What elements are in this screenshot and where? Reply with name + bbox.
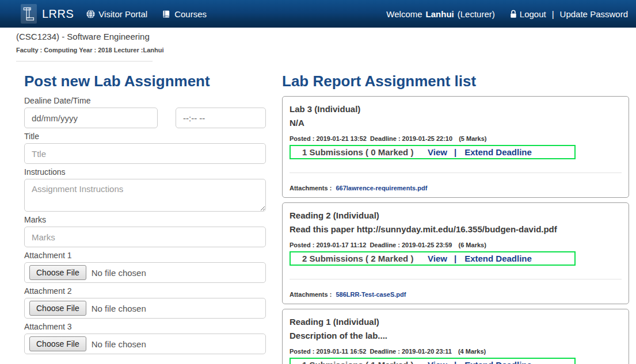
link-separator: | (454, 360, 456, 364)
post-assignment-form: Post new Lab Assignment Dealine Date/Tim… (24, 72, 266, 364)
submissions-box: 2 Submissions ( 2 Marked ) View | Extend… (290, 251, 576, 266)
marks-text: (4 Marks) (458, 348, 486, 355)
link-separator: | (454, 254, 456, 263)
course-title: (CSC1234) - Software Engineering (16, 32, 629, 41)
brand[interactable]: LRRS (21, 4, 74, 24)
attachment-1-group: Attachment 1 Choose File No file chosen (24, 251, 266, 283)
brand-name[interactable]: LRRS (42, 7, 74, 21)
post-form-heading: Post new Lab Assignment (24, 72, 266, 90)
attachments-row: Attachments : 586LRR-Test-caseS.pdf (290, 291, 622, 298)
header-divider (16, 61, 153, 62)
submissions-box: 1 Submissions ( 0 Marked ) View | Extend… (290, 145, 576, 159)
file-status-text: No file chosen (92, 304, 146, 313)
deadline-date-input[interactable] (24, 108, 158, 128)
nav-right: Welcome Lanhui (Lecturer) Logout | Updat… (386, 9, 628, 19)
submissions-count: 2 Submissions ( 2 Marked ) (302, 254, 428, 263)
attachment-3-group: Attachment 3 Choose File No file chosen (24, 322, 266, 354)
attachment-3-file-input[interactable]: Choose File No file chosen (24, 334, 266, 354)
deadline-text: Deadline : 2019-01-20 23:11 (370, 348, 451, 355)
course-meta: Faculty : Computing Year : 2018 Lecturer… (16, 47, 629, 53)
card-divider (290, 279, 622, 279)
instructions-textarea[interactable] (24, 179, 266, 212)
title-label: Title (24, 132, 266, 141)
top-navbar: LRRS Visitor Portal (0, 0, 636, 28)
submissions-count: 1 Submissions ( 0 Marked ) (302, 147, 428, 157)
choose-file-button[interactable]: Choose File (29, 336, 86, 351)
attachments-row: Attachments : 667lawrence-requirements.p… (290, 185, 622, 191)
attachment-1-file-input[interactable]: Choose File No file chosen (24, 262, 266, 283)
nav-item-label: Courses (174, 9, 207, 19)
attachment-file-link[interactable]: 667lawrence-requirements.pdf (336, 185, 427, 191)
assignment-meta: Posted : 2019-01-17 11:12 Deadline : 201… (290, 242, 622, 248)
deadline-text: Deadline : 2019-01-25 23:59 (370, 242, 452, 248)
instructions-label: Instructions (24, 167, 266, 177)
marks-text: (6 Marks) (459, 242, 486, 248)
attachment-2-label: Attachment 2 (24, 286, 266, 296)
deadline-time-input[interactable] (176, 108, 266, 128)
lock-icon (510, 10, 517, 18)
extend-deadline-link[interactable]: Extend Deadline (464, 147, 532, 157)
attachment-3-label: Attachment 3 (24, 322, 266, 331)
assignment-meta: Posted : 2019-01-21 13:52 Deadline : 201… (290, 135, 622, 142)
file-status-text: No file chosen (92, 339, 146, 349)
choose-file-button[interactable]: Choose File (29, 301, 86, 316)
course-header: (CSC1234) - Software Engineering Faculty… (16, 32, 629, 62)
nav-item-label: Visitor Portal (98, 9, 147, 19)
posted-text: Posted : 2019-01-21 13:52 (290, 135, 367, 142)
content-columns: Post new Lab Assignment Dealine Date/Tim… (16, 72, 629, 364)
nav-item-courses[interactable]: Courses (162, 9, 207, 19)
posted-text: Posted : 2019-01-17 11:12 (290, 242, 366, 248)
instructions-group: Instructions (24, 167, 266, 212)
lrrs-logo-icon (21, 4, 37, 24)
assignment-card: Reading 2 (Individual) Read this paper h… (282, 202, 629, 304)
username: Lanhui (426, 9, 454, 19)
deadline-group: Dealine Date/Time (24, 96, 266, 128)
attachment-file-link[interactable]: 586LRR-Test-caseS.pdf (336, 291, 406, 298)
view-link[interactable]: View (428, 147, 447, 157)
file-status-text: No file chosen (92, 268, 146, 278)
deadline-inputs (24, 108, 266, 128)
logout-link[interactable]: Logout (520, 9, 546, 19)
assignment-description: N/A (290, 118, 622, 128)
nav-separator: | (552, 9, 554, 19)
link-separator: | (454, 147, 456, 157)
marks-label: Marks (24, 215, 266, 224)
assignment-card: Lab 3 (Individual) N/A Posted : 2019-01-… (282, 96, 629, 198)
attachments-label: Attachments : (290, 291, 332, 298)
assignment-list: Lab Report Assignment list Lab 3 (Indivi… (282, 72, 629, 364)
book-icon (162, 10, 171, 18)
marks-group: Marks (24, 215, 266, 247)
nav-item-visitor-portal[interactable]: Visitor Portal (86, 9, 147, 19)
choose-file-button[interactable]: Choose File (29, 265, 86, 280)
card-divider (290, 173, 622, 173)
welcome-text: Welcome Lanhui (Lecturer) (386, 9, 498, 19)
title-group: Title (24, 132, 266, 164)
welcome-prefix: Welcome (386, 9, 422, 19)
assignment-title: Reading 2 (Individual) (290, 210, 622, 220)
marks-text: (5 Marks) (459, 135, 486, 142)
assignment-card: Reading 1 (Individual) Description of th… (282, 309, 629, 364)
deadline-label: Dealine Date/Time (24, 96, 266, 105)
assignment-title: Reading 1 (Individual) (290, 317, 622, 327)
extend-deadline-link[interactable]: Extend Deadline (464, 254, 532, 263)
page-body: (CSC1234) - Software Engineering Faculty… (0, 32, 636, 364)
globe-icon (86, 10, 95, 18)
update-password-link[interactable]: Update Password (560, 9, 628, 19)
submissions-box: 1 Submissions ( 1 Marked ) View | Extend… (290, 358, 576, 364)
assignment-description: Description of the lab.... (290, 331, 622, 340)
attachment-2-file-input[interactable]: Choose File No file chosen (24, 298, 266, 319)
assignment-description: Read this paper http://sunnyday.mit.edu/… (290, 224, 622, 234)
deadline-text: Deadline : 2019-01-25 22:10 (370, 135, 452, 142)
view-link[interactable]: View (428, 360, 447, 364)
title-input[interactable] (24, 143, 266, 164)
attachment-2-group: Attachment 2 Choose File No file chosen (24, 286, 266, 319)
marks-input[interactable] (24, 227, 266, 247)
extend-deadline-link[interactable]: Extend Deadline (464, 360, 532, 364)
attachments-label: Attachments : (290, 185, 332, 191)
assignment-title: Lab 3 (Individual) (290, 104, 622, 114)
submissions-count: 1 Submissions ( 1 Marked ) (302, 360, 428, 364)
view-link[interactable]: View (428, 254, 447, 263)
posted-text: Posted : 2019-01-11 16:52 (290, 348, 366, 355)
attachment-1-label: Attachment 1 (24, 251, 266, 260)
assignment-list-heading: Lab Report Assignment list (282, 72, 629, 90)
